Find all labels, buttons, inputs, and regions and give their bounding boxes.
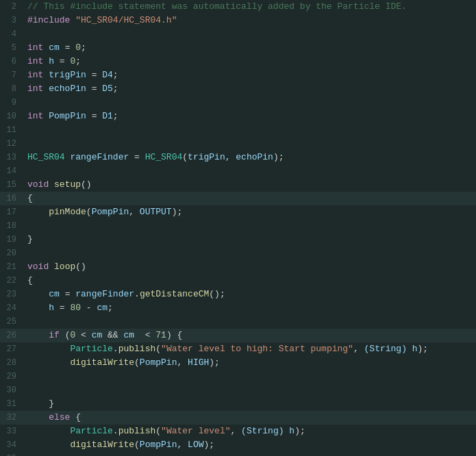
token: = <box>86 111 102 121</box>
line-number: 13 <box>0 151 25 164</box>
line-number: 19 <box>0 233 25 246</box>
token: trigPin <box>49 70 86 80</box>
token: = <box>54 303 70 313</box>
token: ( <box>60 330 71 340</box>
token: = <box>129 152 145 162</box>
line-number: 11 <box>0 123 25 137</box>
line-content: void setup() <box>25 178 476 192</box>
token: ; <box>75 56 81 66</box>
line-number: 34 <box>0 438 25 452</box>
line-content <box>25 123 476 137</box>
code-line: 6int h = 0; <box>0 55 476 68</box>
token: (String) h <box>241 426 295 436</box>
line-number: 3 <box>0 14 25 27</box>
code-line: 31 } <box>0 397 476 411</box>
line-number: 20 <box>0 246 25 260</box>
line-number: 4 <box>0 27 25 41</box>
token: ); <box>273 152 284 162</box>
code-line: 8int echoPin = D5; <box>0 82 476 96</box>
line-number: 6 <box>0 55 25 68</box>
token: PompPin <box>92 207 129 217</box>
code-line: 17 pinMode(PompPin, OUTPUT); <box>0 205 476 219</box>
token: int <box>27 56 43 66</box>
token: , <box>231 426 242 436</box>
token: void <box>27 179 49 190</box>
token: echoPin <box>236 152 273 162</box>
code-line: 5int cm = 0; <box>0 41 476 55</box>
token: - <box>81 303 97 313</box>
token: ); <box>418 344 429 354</box>
code-editor: 2// This #include statement was automati… <box>0 0 476 456</box>
token: ( <box>86 207 92 217</box>
token: if <box>49 330 60 340</box>
token: ); <box>203 440 214 450</box>
token: OUTPUT <box>140 207 172 217</box>
token: // This #include statement was automatic… <box>27 1 407 12</box>
token: ; <box>113 111 118 121</box>
token: HIGH <box>188 357 209 368</box>
code-line: 33 Particle.publish("Water level", (Stri… <box>0 425 476 438</box>
token: Particle <box>70 426 112 436</box>
token: , <box>353 344 364 354</box>
token: = <box>86 70 102 80</box>
token: . <box>134 289 140 299</box>
token: = <box>60 42 75 53</box>
line-number: 8 <box>0 82 25 96</box>
token: digitalWrite <box>70 357 134 368</box>
line-number: 26 <box>0 329 25 342</box>
token: void <box>27 262 49 272</box>
token: { <box>27 275 33 286</box>
line-content: void loop() <box>25 260 476 274</box>
token: "HC_SR04/HC_SR04.h" <box>75 15 177 25</box>
line-number: 33 <box>0 425 25 438</box>
token: ); <box>295 426 305 436</box>
token: ( <box>155 426 161 436</box>
token: h <box>49 56 54 66</box>
line-content: else { <box>25 411 476 425</box>
code-line: 29 <box>0 370 476 383</box>
token: int <box>27 70 43 80</box>
line-content: cm = rangeFinder.getDistanceCM(); <box>25 288 476 301</box>
code-line: 34 digitalWrite(PompPin, LOW); <box>0 438 476 452</box>
token: int <box>27 42 43 53</box>
line-content: // This #include statement was automatic… <box>25 0 476 14</box>
token: PompPin <box>140 440 177 450</box>
line-content <box>25 383 476 397</box>
line-content <box>25 164 476 178</box>
line-content: digitalWrite(PompPin, HIGH); <box>25 356 476 370</box>
code-line: 18 <box>0 219 476 233</box>
line-content <box>25 219 476 233</box>
code-line: 4 <box>0 27 476 41</box>
line-content: { <box>25 192 476 205</box>
line-content: h = 80 - cm; <box>25 301 476 315</box>
token: } <box>27 398 54 409</box>
token: cm <box>97 303 108 313</box>
line-number: 15 <box>0 178 25 192</box>
token: "Water level to high: Start pumping" <box>161 344 353 354</box>
line-content: int cm = 0; <box>25 41 476 55</box>
line-number: 25 <box>0 315 25 329</box>
line-number: 28 <box>0 356 25 370</box>
token: HC_SR04 <box>27 152 65 162</box>
token: ; <box>113 70 118 80</box>
token: D4 <box>102 70 113 80</box>
token: . <box>113 426 118 436</box>
code-line: 27 Particle.publish("Water level to high… <box>0 342 476 356</box>
code-line: 25 <box>0 315 476 329</box>
code-line: 30 <box>0 383 476 397</box>
token: = <box>86 84 102 94</box>
token: D1 <box>102 111 113 121</box>
token: publish <box>118 426 156 436</box>
token: (String) h <box>364 344 418 354</box>
token: HC_SR04 <box>145 152 183 162</box>
code-line: 28 digitalWrite(PompPin, HIGH); <box>0 356 476 370</box>
code-line: 20 <box>0 246 476 260</box>
token: 71 <box>155 330 166 340</box>
token: < <box>75 330 91 340</box>
line-content <box>25 137 476 151</box>
line-content: digitalWrite(PompPin, LOW); <box>25 438 476 452</box>
line-number: 16 <box>0 192 25 205</box>
token: cm <box>49 42 60 53</box>
token: rangeFinder <box>75 289 134 299</box>
token: D5 <box>102 84 113 94</box>
